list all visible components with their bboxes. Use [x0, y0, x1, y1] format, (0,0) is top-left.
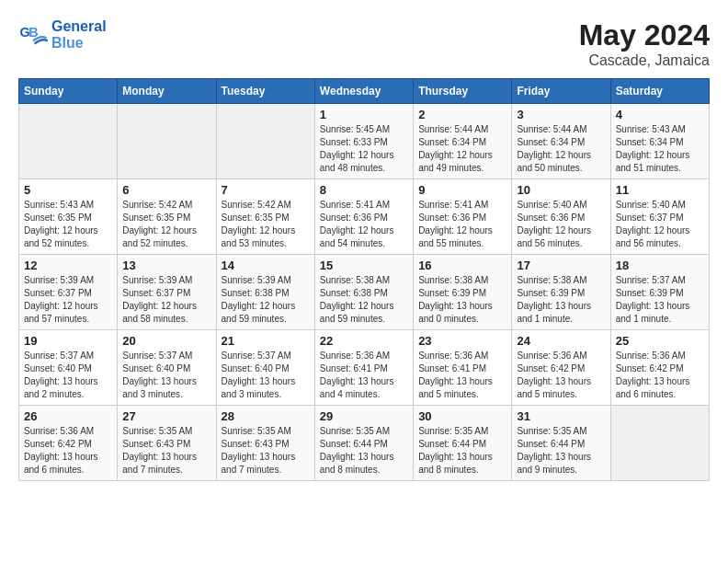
- calendar-cell: 17Sunrise: 5:38 AM Sunset: 6:39 PM Dayli…: [512, 255, 610, 330]
- calendar-cell: 10Sunrise: 5:40 AM Sunset: 6:36 PM Dayli…: [512, 179, 610, 255]
- weekday-header-tuesday: Tuesday: [216, 79, 314, 104]
- day-info: Sunrise: 5:35 AM Sunset: 6:44 PM Dayligh…: [418, 425, 506, 477]
- calendar-cell: 16Sunrise: 5:38 AM Sunset: 6:39 PM Dayli…: [414, 255, 512, 330]
- day-number: 6: [122, 183, 210, 197]
- calendar-cell: 29Sunrise: 5:35 AM Sunset: 6:44 PM Dayli…: [314, 406, 413, 481]
- day-info: Sunrise: 5:37 AM Sunset: 6:39 PM Dayligh…: [616, 274, 704, 326]
- day-info: Sunrise: 5:35 AM Sunset: 6:43 PM Dayligh…: [122, 425, 210, 477]
- day-number: 7: [222, 183, 310, 197]
- calendar-cell: 26Sunrise: 5:36 AM Sunset: 6:42 PM Dayli…: [19, 406, 118, 481]
- day-info: Sunrise: 5:35 AM Sunset: 6:44 PM Dayligh…: [517, 425, 605, 477]
- weekday-header-sunday: Sunday: [19, 79, 118, 104]
- calendar-cell: 1Sunrise: 5:45 AM Sunset: 6:33 PM Daylig…: [314, 104, 413, 179]
- day-number: 23: [418, 334, 506, 348]
- weekday-header-saturday: Saturday: [610, 79, 709, 104]
- weekday-header-friday: Friday: [512, 79, 610, 104]
- calendar-cell: [118, 104, 216, 179]
- day-number: 24: [517, 334, 605, 348]
- week-row-2: 5Sunrise: 5:43 AM Sunset: 6:35 PM Daylig…: [19, 179, 710, 255]
- day-number: 10: [517, 183, 605, 197]
- day-info: Sunrise: 5:36 AM Sunset: 6:41 PM Dayligh…: [320, 350, 408, 401]
- calendar-cell: 11Sunrise: 5:40 AM Sunset: 6:37 PM Dayli…: [610, 179, 709, 255]
- day-info: Sunrise: 5:44 AM Sunset: 6:34 PM Dayligh…: [517, 123, 605, 175]
- day-number: 22: [320, 334, 408, 348]
- day-info: Sunrise: 5:37 AM Sunset: 6:40 PM Dayligh…: [222, 350, 310, 401]
- weekday-header-row: SundayMondayTuesdayWednesdayThursdayFrid…: [19, 79, 710, 104]
- day-number: 25: [616, 334, 704, 348]
- day-number: 3: [517, 108, 605, 121]
- calendar-cell: 13Sunrise: 5:39 AM Sunset: 6:37 PM Dayli…: [118, 255, 216, 330]
- day-number: 13: [122, 259, 210, 272]
- day-number: 8: [320, 183, 408, 197]
- day-info: Sunrise: 5:41 AM Sunset: 6:36 PM Dayligh…: [418, 199, 506, 250]
- weekday-header-wednesday: Wednesday: [314, 79, 413, 104]
- day-number: 15: [320, 259, 408, 272]
- day-info: Sunrise: 5:44 AM Sunset: 6:34 PM Dayligh…: [418, 123, 506, 175]
- logo: G B General Blue: [18, 18, 107, 52]
- day-info: Sunrise: 5:36 AM Sunset: 6:41 PM Dayligh…: [418, 350, 506, 401]
- day-info: Sunrise: 5:40 AM Sunset: 6:37 PM Dayligh…: [616, 199, 704, 250]
- calendar-cell: 7Sunrise: 5:42 AM Sunset: 6:35 PM Daylig…: [216, 179, 314, 255]
- calendar-cell: 12Sunrise: 5:39 AM Sunset: 6:37 PM Dayli…: [19, 255, 118, 330]
- calendar-cell: 31Sunrise: 5:35 AM Sunset: 6:44 PM Dayli…: [512, 406, 610, 481]
- day-number: 26: [24, 409, 112, 423]
- day-number: 30: [418, 409, 506, 423]
- logo-icon: G B: [18, 20, 48, 50]
- day-number: 18: [616, 259, 704, 272]
- calendar-cell: 2Sunrise: 5:44 AM Sunset: 6:34 PM Daylig…: [414, 104, 512, 179]
- week-row-3: 12Sunrise: 5:39 AM Sunset: 6:37 PM Dayli…: [19, 255, 710, 330]
- day-info: Sunrise: 5:42 AM Sunset: 6:35 PM Dayligh…: [122, 199, 210, 250]
- day-info: Sunrise: 5:36 AM Sunset: 6:42 PM Dayligh…: [517, 350, 605, 401]
- calendar-cell: 4Sunrise: 5:43 AM Sunset: 6:34 PM Daylig…: [610, 104, 709, 179]
- day-number: 27: [122, 409, 210, 423]
- calendar-cell: 14Sunrise: 5:39 AM Sunset: 6:38 PM Dayli…: [216, 255, 314, 330]
- calendar-cell: 9Sunrise: 5:41 AM Sunset: 6:36 PM Daylig…: [414, 179, 512, 255]
- day-number: 1: [320, 108, 408, 121]
- svg-text:B: B: [28, 25, 38, 40]
- day-info: Sunrise: 5:45 AM Sunset: 6:33 PM Dayligh…: [320, 123, 408, 175]
- day-info: Sunrise: 5:38 AM Sunset: 6:38 PM Dayligh…: [320, 274, 408, 326]
- calendar-cell: 28Sunrise: 5:35 AM Sunset: 6:43 PM Dayli…: [216, 406, 314, 481]
- day-info: Sunrise: 5:38 AM Sunset: 6:39 PM Dayligh…: [418, 274, 506, 326]
- calendar-cell: 6Sunrise: 5:42 AM Sunset: 6:35 PM Daylig…: [118, 179, 216, 255]
- week-row-4: 19Sunrise: 5:37 AM Sunset: 6:40 PM Dayli…: [19, 330, 710, 406]
- day-number: 9: [418, 183, 506, 197]
- day-number: 4: [616, 108, 704, 121]
- page-header: G B General Blue May 2024 Cascade, Jamai…: [18, 18, 710, 69]
- calendar-cell: 30Sunrise: 5:35 AM Sunset: 6:44 PM Dayli…: [414, 406, 512, 481]
- calendar-cell: 3Sunrise: 5:44 AM Sunset: 6:34 PM Daylig…: [512, 104, 610, 179]
- day-info: Sunrise: 5:37 AM Sunset: 6:40 PM Dayligh…: [122, 350, 210, 401]
- day-number: 11: [616, 183, 704, 197]
- day-number: 16: [418, 259, 506, 272]
- calendar-cell: 5Sunrise: 5:43 AM Sunset: 6:35 PM Daylig…: [19, 179, 118, 255]
- day-info: Sunrise: 5:39 AM Sunset: 6:37 PM Dayligh…: [24, 274, 112, 326]
- calendar-cell: 21Sunrise: 5:37 AM Sunset: 6:40 PM Dayli…: [216, 330, 314, 406]
- day-info: Sunrise: 5:38 AM Sunset: 6:39 PM Dayligh…: [517, 274, 605, 326]
- calendar-cell: 18Sunrise: 5:37 AM Sunset: 6:39 PM Dayli…: [610, 255, 709, 330]
- day-info: Sunrise: 5:39 AM Sunset: 6:38 PM Dayligh…: [222, 274, 310, 326]
- day-info: Sunrise: 5:39 AM Sunset: 6:37 PM Dayligh…: [122, 274, 210, 326]
- calendar-cell: 15Sunrise: 5:38 AM Sunset: 6:38 PM Dayli…: [314, 255, 413, 330]
- logo-text: General Blue: [51, 18, 107, 52]
- day-number: 19: [24, 334, 112, 348]
- weekday-header-thursday: Thursday: [414, 79, 512, 104]
- day-info: Sunrise: 5:42 AM Sunset: 6:35 PM Dayligh…: [222, 199, 310, 250]
- day-number: 5: [24, 183, 112, 197]
- calendar-cell: 22Sunrise: 5:36 AM Sunset: 6:41 PM Dayli…: [314, 330, 413, 406]
- calendar-cell: 8Sunrise: 5:41 AM Sunset: 6:36 PM Daylig…: [314, 179, 413, 255]
- day-info: Sunrise: 5:35 AM Sunset: 6:44 PM Dayligh…: [320, 425, 408, 477]
- day-number: 29: [320, 409, 408, 423]
- day-number: 2: [418, 108, 506, 121]
- day-number: 14: [222, 259, 310, 272]
- day-number: 28: [222, 409, 310, 423]
- calendar-cell: 24Sunrise: 5:36 AM Sunset: 6:42 PM Dayli…: [512, 330, 610, 406]
- day-number: 21: [222, 334, 310, 348]
- title-area: May 2024 Cascade, Jamaica: [579, 18, 710, 69]
- day-info: Sunrise: 5:37 AM Sunset: 6:40 PM Dayligh…: [24, 350, 112, 401]
- calendar-cell: 23Sunrise: 5:36 AM Sunset: 6:41 PM Dayli…: [414, 330, 512, 406]
- day-info: Sunrise: 5:40 AM Sunset: 6:36 PM Dayligh…: [517, 199, 605, 250]
- calendar-cell: 25Sunrise: 5:36 AM Sunset: 6:42 PM Dayli…: [610, 330, 709, 406]
- day-number: 12: [24, 259, 112, 272]
- day-info: Sunrise: 5:36 AM Sunset: 6:42 PM Dayligh…: [24, 425, 112, 477]
- day-number: 31: [517, 409, 605, 423]
